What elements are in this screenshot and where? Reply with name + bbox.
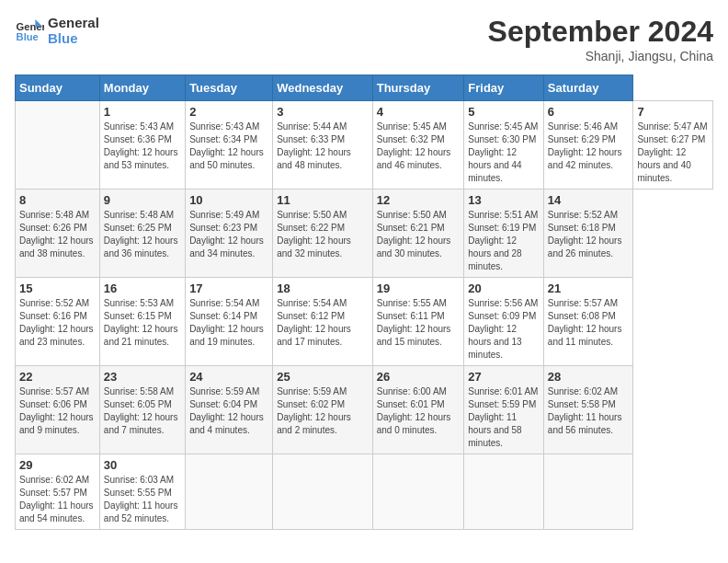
month-title: September 2024	[488, 15, 713, 49]
calendar-table: SundayMondayTuesdayWednesdayThursdayFrid…	[15, 75, 713, 530]
calendar-cell: 16 Sunrise: 5:53 AM Sunset: 6:15 PM Dayl…	[99, 278, 185, 366]
day-info: Sunrise: 5:54 AM Sunset: 6:12 PM Dayligh…	[277, 297, 369, 349]
day-number: 20	[468, 282, 540, 295]
calendar-cell: 30 Sunrise: 6:03 AM Sunset: 5:55 PM Dayl…	[99, 454, 185, 530]
day-number: 25	[277, 370, 369, 384]
day-info: Sunrise: 5:46 AM Sunset: 6:29 PM Dayligh…	[548, 121, 630, 172]
day-info: Sunrise: 6:01 AM Sunset: 5:59 PM Dayligh…	[468, 385, 540, 450]
day-info: Sunrise: 5:55 AM Sunset: 6:11 PM Dayligh…	[377, 297, 461, 349]
calendar-cell: 14 Sunrise: 5:52 AM Sunset: 6:18 PM Dayl…	[543, 190, 633, 278]
day-number: 21	[548, 282, 630, 295]
calendar-cell: 20 Sunrise: 5:56 AM Sunset: 6:09 PM Dayl…	[464, 278, 544, 366]
day-info: Sunrise: 5:56 AM Sunset: 6:09 PM Dayligh…	[468, 297, 540, 362]
calendar-cell	[464, 454, 544, 530]
logo-line2: Blue	[48, 30, 99, 46]
calendar-cell: 25 Sunrise: 5:59 AM Sunset: 6:02 PM Dayl…	[273, 366, 373, 454]
day-info: Sunrise: 5:44 AM Sunset: 6:33 PM Dayligh…	[277, 121, 369, 172]
day-info: Sunrise: 5:54 AM Sunset: 6:14 PM Dayligh…	[189, 297, 268, 349]
day-header-monday: Monday	[99, 75, 185, 101]
day-info: Sunrise: 5:48 AM Sunset: 6:26 PM Dayligh…	[19, 209, 96, 260]
calendar-cell: 4 Sunrise: 5:45 AM Sunset: 6:32 PM Dayli…	[372, 101, 464, 190]
day-info: Sunrise: 6:02 AM Sunset: 5:58 PM Dayligh…	[548, 385, 630, 437]
day-number: 3	[277, 105, 369, 119]
day-header-saturday: Saturday	[543, 75, 633, 101]
logo-icon: General Blue	[15, 16, 44, 45]
day-number: 18	[277, 282, 369, 295]
location-subtitle: Shanji, Jiangsu, China	[488, 49, 713, 63]
day-header-thursday: Thursday	[372, 75, 464, 101]
calendar-cell	[16, 101, 100, 190]
day-info: Sunrise: 6:03 AM Sunset: 5:55 PM Dayligh…	[104, 474, 181, 525]
day-number: 24	[189, 370, 268, 384]
calendar-cell	[543, 454, 633, 530]
day-number: 22	[19, 370, 96, 384]
calendar-cell: 7 Sunrise: 5:47 AM Sunset: 6:27 PM Dayli…	[633, 101, 713, 190]
day-info: Sunrise: 5:57 AM Sunset: 6:06 PM Dayligh…	[19, 385, 96, 437]
day-info: Sunrise: 5:59 AM Sunset: 6:02 PM Dayligh…	[277, 385, 369, 437]
calendar-cell: 13 Sunrise: 5:51 AM Sunset: 6:19 PM Dayl…	[464, 190, 544, 278]
calendar-cell: 17 Sunrise: 5:54 AM Sunset: 6:14 PM Dayl…	[186, 278, 273, 366]
day-number: 29	[19, 458, 96, 472]
day-header-wednesday: Wednesday	[273, 75, 373, 101]
day-header-friday: Friday	[464, 75, 544, 101]
day-info: Sunrise: 5:50 AM Sunset: 6:22 PM Dayligh…	[277, 209, 369, 260]
title-block: September 2024 Shanji, Jiangsu, China	[488, 15, 713, 63]
calendar-cell: 28 Sunrise: 6:02 AM Sunset: 5:58 PM Dayl…	[543, 366, 633, 454]
day-number: 11	[277, 193, 369, 207]
day-number: 7	[637, 105, 709, 119]
calendar-cell: 19 Sunrise: 5:55 AM Sunset: 6:11 PM Dayl…	[372, 278, 464, 366]
calendar-cell: 29 Sunrise: 6:02 AM Sunset: 5:57 PM Dayl…	[16, 454, 100, 530]
day-number: 8	[19, 193, 96, 207]
logo-line1: General	[48, 15, 99, 30]
day-number: 13	[468, 193, 540, 207]
day-info: Sunrise: 6:00 AM Sunset: 6:01 PM Dayligh…	[377, 385, 461, 437]
day-number: 2	[189, 105, 268, 119]
day-number: 30	[104, 458, 181, 472]
day-info: Sunrise: 5:52 AM Sunset: 6:18 PM Dayligh…	[548, 209, 630, 260]
day-info: Sunrise: 5:52 AM Sunset: 6:16 PM Dayligh…	[19, 297, 96, 349]
calendar-cell	[372, 454, 464, 530]
day-number: 17	[189, 282, 268, 295]
day-number: 4	[377, 105, 461, 119]
calendar-cell	[186, 454, 273, 530]
day-number: 6	[548, 105, 630, 119]
day-number: 12	[377, 193, 461, 207]
calendar-cell: 10 Sunrise: 5:49 AM Sunset: 6:23 PM Dayl…	[186, 190, 273, 278]
day-number: 14	[548, 193, 630, 207]
calendar-cell: 24 Sunrise: 5:59 AM Sunset: 6:04 PM Dayl…	[186, 366, 273, 454]
calendar-cell: 3 Sunrise: 5:44 AM Sunset: 6:33 PM Dayli…	[273, 101, 373, 190]
page-header: General Blue General Blue September 2024…	[15, 15, 713, 63]
day-info: Sunrise: 5:53 AM Sunset: 6:15 PM Dayligh…	[104, 297, 181, 349]
logo: General Blue General Blue	[15, 15, 99, 46]
svg-text:Blue: Blue	[17, 31, 39, 42]
day-header-sunday: Sunday	[16, 75, 100, 101]
calendar-cell	[273, 454, 373, 530]
calendar-cell: 5 Sunrise: 5:45 AM Sunset: 6:30 PM Dayli…	[464, 101, 544, 190]
day-info: Sunrise: 5:59 AM Sunset: 6:04 PM Dayligh…	[189, 385, 268, 437]
day-info: Sunrise: 5:48 AM Sunset: 6:25 PM Dayligh…	[104, 209, 181, 260]
day-info: Sunrise: 5:43 AM Sunset: 6:36 PM Dayligh…	[104, 121, 181, 172]
day-number: 5	[468, 105, 540, 119]
day-header-tuesday: Tuesday	[186, 75, 273, 101]
day-info: Sunrise: 5:50 AM Sunset: 6:21 PM Dayligh…	[377, 209, 461, 260]
day-number: 23	[104, 370, 181, 384]
calendar-cell: 9 Sunrise: 5:48 AM Sunset: 6:25 PM Dayli…	[99, 190, 185, 278]
day-number: 15	[19, 282, 96, 295]
day-info: Sunrise: 5:57 AM Sunset: 6:08 PM Dayligh…	[548, 297, 630, 349]
day-number: 1	[104, 105, 181, 119]
calendar-cell: 23 Sunrise: 5:58 AM Sunset: 6:05 PM Dayl…	[99, 366, 185, 454]
day-number: 19	[377, 282, 461, 295]
day-number: 10	[189, 193, 268, 207]
calendar-cell: 6 Sunrise: 5:46 AM Sunset: 6:29 PM Dayli…	[543, 101, 633, 190]
day-info: Sunrise: 5:45 AM Sunset: 6:30 PM Dayligh…	[468, 121, 540, 185]
day-number: 27	[468, 370, 540, 384]
calendar-cell: 22 Sunrise: 5:57 AM Sunset: 6:06 PM Dayl…	[16, 366, 100, 454]
calendar-cell: 11 Sunrise: 5:50 AM Sunset: 6:22 PM Dayl…	[273, 190, 373, 278]
day-info: Sunrise: 6:02 AM Sunset: 5:57 PM Dayligh…	[19, 474, 96, 525]
calendar-cell: 15 Sunrise: 5:52 AM Sunset: 6:16 PM Dayl…	[16, 278, 100, 366]
day-info: Sunrise: 5:49 AM Sunset: 6:23 PM Dayligh…	[189, 209, 268, 260]
calendar-cell: 2 Sunrise: 5:43 AM Sunset: 6:34 PM Dayli…	[186, 101, 273, 190]
day-number: 9	[104, 193, 181, 207]
day-number: 28	[548, 370, 630, 384]
day-number: 26	[377, 370, 461, 384]
